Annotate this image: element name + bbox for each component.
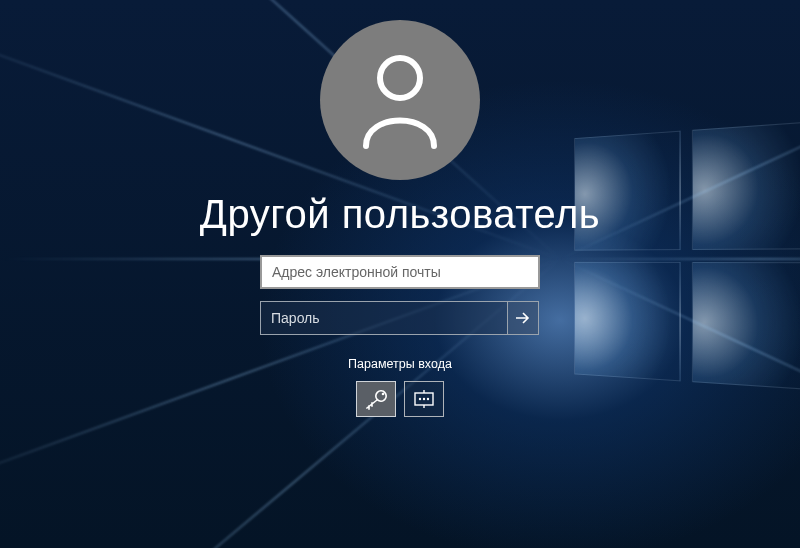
signin-options-label: Параметры входа xyxy=(348,357,452,371)
svg-point-6 xyxy=(427,398,429,400)
email-field[interactable] xyxy=(260,255,540,289)
signin-option-password[interactable] xyxy=(356,381,396,417)
arrow-right-icon xyxy=(514,309,532,327)
password-field[interactable] xyxy=(260,301,508,335)
pin-pad-icon xyxy=(411,390,437,408)
submit-button[interactable] xyxy=(507,301,539,335)
username-label: Другой пользователь xyxy=(200,192,600,237)
key-icon xyxy=(363,388,389,410)
svg-point-4 xyxy=(419,398,421,400)
svg-point-2 xyxy=(382,393,385,396)
svg-point-5 xyxy=(423,398,425,400)
avatar xyxy=(320,20,480,180)
signin-options xyxy=(356,381,444,417)
user-icon xyxy=(356,50,444,150)
signin-option-pin[interactable] xyxy=(404,381,444,417)
svg-point-0 xyxy=(380,58,420,98)
